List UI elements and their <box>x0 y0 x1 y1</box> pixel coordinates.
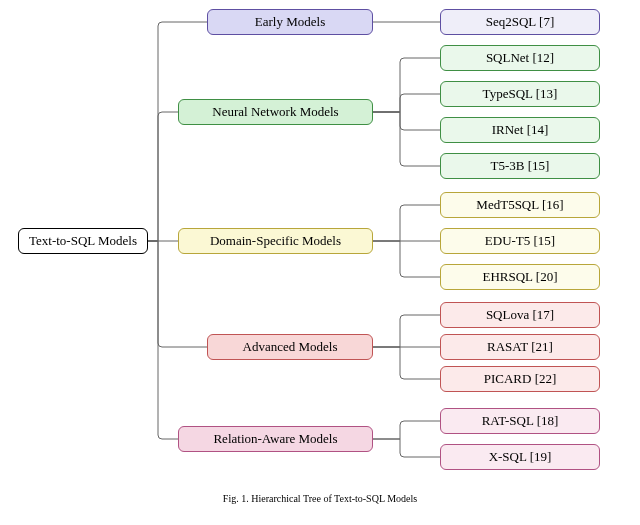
leaf-ratsql: RAT-SQL [18] <box>440 408 600 434</box>
category-neural-network-models: Neural Network Models <box>178 99 373 125</box>
leaf-sqlova: SQLova [17] <box>440 302 600 328</box>
category-advanced-models: Advanced Models <box>207 334 373 360</box>
leaf-ehrsql: EHRSQL [20] <box>440 264 600 290</box>
leaf-sqlnet: SQLNet [12] <box>440 45 600 71</box>
leaf-xsql: X-SQL [19] <box>440 444 600 470</box>
leaf-rasat: RASAT [21] <box>440 334 600 360</box>
leaf-seq2sql: Seq2SQL [7] <box>440 9 600 35</box>
category-domain-specific-models: Domain-Specific Models <box>178 228 373 254</box>
leaf-t53b: T5-3B [15] <box>440 153 600 179</box>
leaf-edut5: EDU-T5 [15] <box>440 228 600 254</box>
root-node: Text-to-SQL Models <box>18 228 148 254</box>
leaf-medt5sql: MedT5SQL [16] <box>440 192 600 218</box>
leaf-irnet: IRNet [14] <box>440 117 600 143</box>
leaf-typesql: TypeSQL [13] <box>440 81 600 107</box>
category-relation-aware-models: Relation-Aware Models <box>178 426 373 452</box>
figure-caption: Fig. 1. Hierarchical Tree of Text-to-SQL… <box>0 493 640 504</box>
category-early-models: Early Models <box>207 9 373 35</box>
leaf-picard: PICARD [22] <box>440 366 600 392</box>
